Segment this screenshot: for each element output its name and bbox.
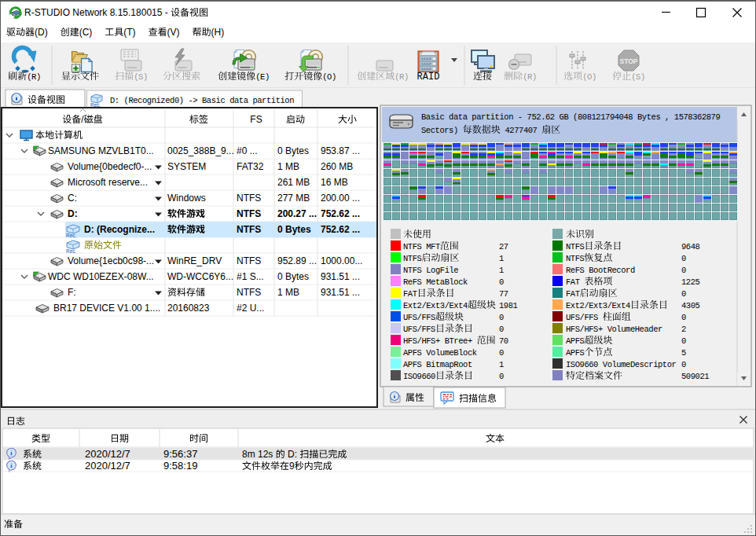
svg-text:0025_388B_9...: 0025_388B_9...: [167, 145, 234, 156]
svg-text:#1 S...: #1 S...: [237, 271, 264, 282]
svg-text:FS: FS: [250, 114, 262, 125]
svg-text:0: 0: [499, 348, 504, 358]
svg-text:NTFS: NTFS: [237, 208, 261, 219]
svg-text:952.89 ...: 952.89 ...: [277, 255, 317, 266]
svg-text:Microsoft reserve...: Microsoft reserve...: [68, 177, 148, 188]
svg-text:509021: 509021: [681, 372, 709, 381]
svg-text:NTFS: NTFS: [403, 254, 422, 263]
svg-text:WDC WD10EZEX-08W...: WDC WD10EZEX-08W...: [48, 271, 154, 282]
svg-text:0: 0: [681, 360, 686, 369]
svg-text:(D): (D): [35, 27, 48, 38]
svg-text:Basic data partition - 752.62: Basic data partition - 752.62 GB (808121…: [421, 112, 720, 122]
svg-text:ISO9660: ISO9660: [403, 372, 435, 381]
svg-text:SYSTEM: SYSTEM: [167, 161, 206, 172]
svg-text:1225: 1225: [681, 277, 700, 287]
svg-text:931.51 ...: 931.51 ...: [321, 287, 360, 298]
svg-text:4305: 4305: [681, 301, 700, 310]
svg-text:9:58:19: 9:58:19: [163, 460, 197, 472]
svg-text:NTFS LogFile: NTFS LogFile: [403, 266, 458, 275]
svg-text:#2 U...: #2 U...: [237, 303, 264, 314]
svg-text:STOP: STOP: [620, 57, 638, 65]
svg-text:HFS/HFS+ VolumeHeader: HFS/HFS+ VolumeHeader: [566, 325, 662, 334]
svg-text:NTFS MFT: NTFS MFT: [403, 242, 440, 251]
svg-text:16 MB: 16 MB: [321, 177, 348, 188]
svg-text:0 Bytes: 0 Bytes: [277, 224, 311, 235]
svg-text:0: 0: [499, 277, 504, 287]
svg-text:2020/12/7: 2020/12/7: [85, 448, 130, 460]
svg-text:2: 2: [681, 325, 686, 334]
svg-text:D:: D:: [68, 208, 78, 219]
svg-text:0: 0: [499, 372, 504, 381]
svg-text:752.62 ...: 752.62 ...: [321, 208, 360, 219]
svg-text:FAT: FAT: [566, 277, 580, 287]
svg-text:RAID: RAID: [417, 72, 440, 83]
svg-text:HFS/HFS+ BTree+: HFS/HFS+ BTree+: [403, 336, 472, 346]
svg-text:Rec.: Rec.: [66, 233, 77, 238]
svg-text:F:: F:: [68, 287, 76, 298]
svg-text:(C): (C): [79, 27, 93, 38]
svg-text:WD-WCC6Y6...: WD-WCC6Y6...: [167, 271, 233, 282]
svg-text:8m 12s: 8m 12s: [242, 449, 273, 460]
svg-text:FAT: FAT: [403, 289, 417, 299]
svg-text:70: 70: [499, 336, 508, 346]
svg-text:1000.00...: 1000.00...: [321, 255, 362, 266]
svg-text:ReFS BootRecord: ReFS BootRecord: [566, 266, 635, 275]
svg-text:(S): (S): [631, 72, 645, 82]
svg-text:0: 0: [681, 254, 686, 263]
svg-text:FAT32: FAT32: [237, 161, 264, 172]
svg-text:R-STUDIO Network 8.15.180015 -: R-STUDIO Network 8.15.180015 -: [24, 7, 168, 18]
svg-text:APFS: APFS: [566, 348, 585, 358]
svg-text:277 MB: 277 MB: [277, 193, 310, 204]
svg-text:0: 0: [681, 336, 686, 346]
svg-text:4277407: 4277407: [505, 126, 538, 135]
svg-text:ReFS MetaBlock: ReFS MetaBlock: [403, 277, 468, 287]
svg-text:D:: D:: [288, 449, 297, 460]
svg-text:200.00 ...: 200.00 ...: [321, 193, 360, 204]
svg-text:APFS VolumeBlock: APFS VolumeBlock: [403, 348, 477, 358]
svg-text:NTFS: NTFS: [566, 254, 585, 263]
svg-text:260 MB: 260 MB: [321, 161, 353, 172]
svg-text:0: 0: [681, 313, 686, 322]
svg-text:0: 0: [681, 266, 686, 275]
svg-text:0: 0: [499, 325, 504, 334]
svg-text:WinRE_DRV: WinRE_DRV: [167, 255, 222, 266]
svg-text:NTFS: NTFS: [237, 287, 261, 298]
svg-text:D: (Recognized0) -> Basic data: D: (Recognized0) -> Basic data partition: [110, 96, 294, 105]
svg-text:9: 9: [289, 461, 295, 472]
svg-text:Windows: Windows: [167, 193, 206, 204]
svg-text:APFS BitmapRoot: APFS BitmapRoot: [403, 360, 472, 369]
svg-text:#0 ...: #0 ...: [237, 145, 258, 156]
svg-text:NTFS: NTFS: [237, 255, 261, 266]
svg-text:(O): (O): [582, 72, 596, 82]
svg-text:0 Bytes: 0 Bytes: [277, 145, 309, 156]
svg-text:27: 27: [499, 242, 508, 251]
svg-text:UFS/FFS: UFS/FFS: [566, 313, 598, 322]
svg-text:1 MB: 1 MB: [277, 287, 299, 298]
svg-text:5: 5: [681, 348, 686, 358]
svg-text:752.62 ...: 752.62 ...: [321, 224, 360, 235]
svg-text:(R): (R): [523, 72, 537, 82]
svg-text:(V): (V): [167, 27, 180, 38]
svg-text:200.27 ...: 200.27 ...: [277, 208, 317, 219]
svg-text:Volume{1ecb0c98-...: Volume{1ecb0c98-...: [68, 255, 154, 266]
svg-text:1 MB: 1 MB: [277, 161, 299, 172]
svg-text:9:56:37: 9:56:37: [163, 448, 197, 460]
svg-text:(H): (H): [211, 27, 225, 38]
svg-text:(T): (T): [123, 27, 135, 38]
svg-text:0: 0: [499, 313, 504, 322]
svg-text:2020/12/7: 2020/12/7: [85, 460, 130, 472]
svg-text:Ext2/Ext3/Ext4: Ext2/Ext3/Ext4: [403, 301, 468, 310]
svg-text:C:: C:: [68, 193, 77, 204]
svg-text:1981: 1981: [499, 301, 518, 310]
svg-text:931.51 ...: 931.51 ...: [321, 271, 360, 282]
svg-text:(S): (S): [134, 72, 148, 82]
svg-text:FAT: FAT: [566, 289, 580, 299]
svg-text:Rec.: Rec.: [90, 102, 101, 108]
svg-text:Rec.: Rec.: [66, 248, 77, 254]
svg-text:0: 0: [681, 289, 686, 299]
svg-text:953.87 ...: 953.87 ...: [321, 145, 360, 156]
svg-text:20160823: 20160823: [167, 303, 210, 314]
svg-text:1: 1: [499, 360, 504, 369]
svg-text:UFS/FFS: UFS/FFS: [403, 325, 435, 334]
svg-text:APFS: APFS: [566, 336, 585, 346]
